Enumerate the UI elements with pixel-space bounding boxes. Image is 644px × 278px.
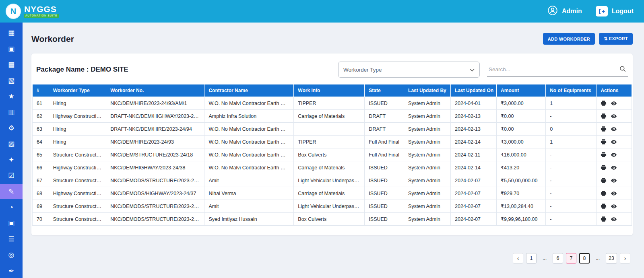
- print-icon[interactable]: [601, 177, 607, 183]
- row-index-cell: 69: [33, 200, 49, 213]
- sidebar-item-modules[interactable]: ▤: [0, 58, 23, 72]
- actions-cell: [597, 161, 632, 174]
- table-row: 61HiringNKC/DEM/HIRE/2023-24/93/AM/1W.O.…: [33, 97, 632, 110]
- sidebar-item-list[interactable]: ☰: [0, 232, 23, 246]
- state-cell: DRAFT: [365, 123, 404, 136]
- view-icon[interactable]: [611, 113, 617, 119]
- table-row: 62Highway ConstructionDRAFT-NKC/DEM/HIGH…: [33, 110, 632, 123]
- view-icon[interactable]: [611, 177, 617, 184]
- sidebar-item-workorder[interactable]: ✎: [0, 184, 23, 198]
- view-icon[interactable]: [611, 216, 617, 222]
- last-updated-by-cell: System Admin: [404, 213, 451, 226]
- print-icon[interactable]: [601, 100, 607, 106]
- state-cell: ISSUED: [365, 200, 404, 213]
- search-icon[interactable]: [619, 65, 626, 74]
- amount-cell: ₹3,000.00: [497, 136, 546, 148]
- logout-label: Logout: [612, 8, 634, 15]
- view-icon[interactable]: [611, 126, 617, 132]
- sidebar-item-briefcase[interactable]: ▣: [0, 216, 23, 230]
- equipments-cell: -: [546, 110, 597, 123]
- contractor-name-cell: W.O. No Malvi Contractor Earth Work: [204, 97, 294, 110]
- workorder-no-cell: NKC/DEMODS/STRUCTURE/2023-24/17: [106, 174, 204, 187]
- sidebar-item-user-settings[interactable]: ⚙: [0, 121, 23, 135]
- table-row: 69Structure ConstructionNKC/DEMODS/STRUC…: [33, 200, 632, 213]
- workorder-no-cell: NKC/DEM/HIGHWAY/2023-24/38: [106, 161, 204, 174]
- pagination-page-button[interactable]: 8: [579, 253, 590, 264]
- sidebar-item-invoices[interactable]: ▨: [0, 137, 23, 151]
- pagination-next-button[interactable]: ›: [620, 253, 630, 264]
- row-index-cell: 66: [33, 161, 49, 174]
- sidebar-item-web[interactable]: ◎: [0, 248, 23, 262]
- print-icon[interactable]: [601, 113, 607, 119]
- export-button[interactable]: ⇅ EXPORT: [599, 33, 633, 45]
- work-info-cell: [294, 123, 365, 136]
- workorder-type-cell: Structure Construction: [49, 148, 106, 161]
- sidebar-item-favorites[interactable]: ★: [0, 89, 23, 103]
- column-header: State: [365, 84, 404, 97]
- pagination-prev-button[interactable]: ‹: [513, 253, 523, 264]
- table-header: #Workorder TypeWorkorder No.Contractor N…: [33, 84, 632, 97]
- amount-cell: ₹0.00: [497, 110, 546, 123]
- search-input[interactable]: [489, 66, 609, 72]
- print-icon[interactable]: [601, 139, 607, 145]
- amount-cell: ₹0.00: [497, 123, 546, 136]
- sidebar-item-structure[interactable]: ▧: [0, 73, 23, 87]
- pagination: ‹ 1...678...23 ›: [31, 253, 630, 264]
- last-updated-on-cell: 2024-02-14: [451, 161, 497, 174]
- table-row: 63HiringDRAFT-NKC/DEM/HIRE/2023-24/94W.O…: [33, 123, 632, 136]
- admin-menu[interactable]: Admin: [547, 5, 582, 17]
- sidebar-item-monitoring[interactable]: ▣: [0, 41, 23, 56]
- pagination-ellipsis: ...: [539, 253, 550, 264]
- view-icon[interactable]: [611, 203, 617, 210]
- print-icon[interactable]: [601, 126, 607, 132]
- work-info-cell: Carriage of Materials: [294, 187, 365, 200]
- amount-cell: ₹413.20: [497, 161, 546, 174]
- page-title: Workorder: [31, 34, 74, 44]
- pagination-page-button[interactable]: 1: [526, 253, 537, 264]
- work-info-cell: Carriage of Materials: [294, 110, 365, 123]
- sidebar-item-dashboard[interactable]: ▦: [0, 26, 23, 40]
- pagination-page-button[interactable]: 23: [606, 253, 617, 264]
- state-cell: ISSUED: [365, 174, 404, 187]
- logout-icon: [596, 6, 608, 16]
- workorder-type-select[interactable]: Workorder Type: [338, 62, 480, 78]
- workorder-type-cell: Hiring: [49, 97, 106, 110]
- row-index-cell: 62: [33, 110, 49, 123]
- chevron-down-icon: [470, 67, 475, 73]
- sidebar-item-pen[interactable]: ✒: [0, 264, 23, 278]
- print-icon[interactable]: [601, 152, 607, 158]
- actions-cell: [597, 187, 632, 200]
- view-icon[interactable]: [611, 190, 617, 197]
- add-workorder-button[interactable]: ADD WORKORDER: [543, 33, 595, 45]
- view-icon[interactable]: [611, 152, 617, 158]
- last-updated-by-cell: System Admin: [404, 148, 451, 161]
- print-icon[interactable]: [601, 190, 607, 196]
- pagination-page-button[interactable]: 7: [566, 253, 576, 264]
- sidebar-item-timer[interactable]: ◔: [0, 200, 23, 214]
- amount-cell: ₹9,99,96,180.00: [497, 213, 546, 226]
- contractor-name-cell: W.O. No Malvi Contractor Earth Work: [204, 161, 294, 174]
- row-index-cell: 65: [33, 148, 49, 161]
- pagination-page-button[interactable]: 6: [553, 253, 563, 264]
- work-info-cell: Light Vehicular Underpass ...: [294, 200, 365, 213]
- last-updated-on-cell: 2024-02-13: [451, 110, 497, 123]
- equipments-cell: -: [546, 200, 597, 213]
- amount-cell: ₹16,000.00: [497, 148, 546, 161]
- workorder-no-cell: DRAFT-NKC/DEM/HIRE/2023-24/94: [106, 123, 204, 136]
- contractor-name-cell: W.O. No Malvi Contractor Earth Work: [204, 136, 294, 148]
- view-icon[interactable]: [611, 165, 617, 171]
- column-header: Work Info: [294, 84, 365, 97]
- print-icon[interactable]: [601, 216, 607, 222]
- sidebar-item-reports[interactable]: ▥: [0, 105, 23, 119]
- print-icon[interactable]: [601, 165, 607, 171]
- workorder-card: Package Name : DEMO SITE Workorder Type: [31, 54, 633, 235]
- view-icon[interactable]: [611, 100, 617, 107]
- workorder-type-cell: Highway Construction: [49, 187, 106, 200]
- sidebar-item-clipboard[interactable]: ☑: [0, 169, 23, 183]
- print-icon[interactable]: [601, 203, 607, 209]
- logout-button[interactable]: Logout: [596, 6, 634, 16]
- package-name-label: Package Name : DEMO SITE: [36, 66, 331, 74]
- view-icon[interactable]: [611, 139, 617, 145]
- sidebar-item-access[interactable]: ✦: [0, 153, 23, 167]
- work-info-cell: TIPPER: [294, 97, 365, 110]
